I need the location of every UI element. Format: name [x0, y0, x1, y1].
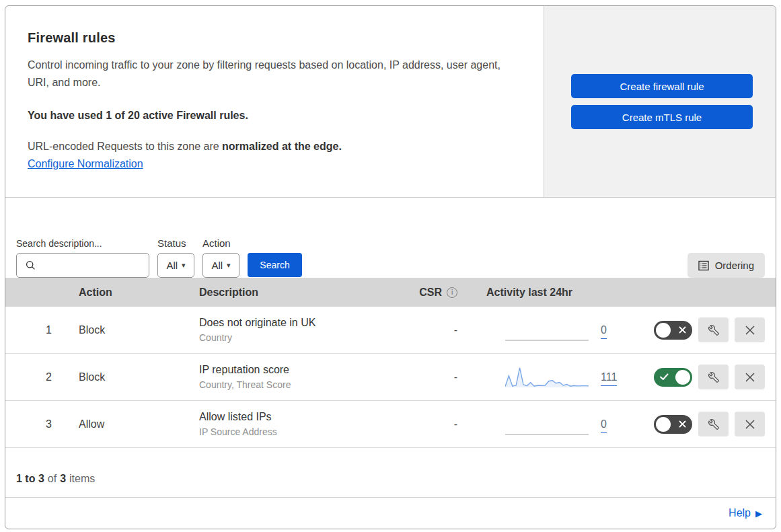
rule-fields: IP Source Address: [199, 426, 401, 437]
rule-fields: Country: [199, 332, 401, 343]
table-row: 2 Block IP reputation score Country, Thr…: [5, 354, 776, 401]
ordering-button[interactable]: Ordering: [687, 253, 765, 278]
rule-description-cell: Does not originate in UK Country: [187, 317, 401, 343]
delete-rule-button[interactable]: [735, 317, 765, 342]
rule-activity-cell: 0: [468, 413, 634, 436]
rule-csr-value: -: [401, 371, 468, 383]
search-button[interactable]: Search: [248, 253, 302, 277]
help-label: Help: [729, 507, 751, 519]
rule-controls: [634, 365, 776, 389]
description-column-header: Description: [187, 287, 401, 299]
edit-rule-button[interactable]: [698, 412, 729, 436]
close-icon: [745, 372, 755, 383]
chevron-down-icon: ▾: [227, 262, 231, 269]
activity-count-wrap: 111: [601, 371, 628, 383]
list-icon: [698, 260, 709, 271]
of-text: of: [48, 473, 57, 485]
activity-count-link[interactable]: 0: [601, 418, 607, 433]
action-label: Action: [202, 237, 239, 249]
create-firewall-rule-button[interactable]: Create firewall rule: [571, 74, 753, 98]
status-field-group: Status All ▾: [157, 237, 194, 278]
rule-controls: [634, 317, 776, 342]
rule-fields: Country, Threat Score: [199, 379, 401, 390]
arrow-right-icon: ▶: [755, 508, 762, 519]
table-row: 1 Block Does not originate in UK Country…: [5, 307, 776, 354]
activity-sparkline: [505, 413, 589, 436]
status-select-value: All: [166, 260, 178, 271]
rule-description: Does not originate in UK: [199, 317, 401, 329]
normalization-line: URL-encoded Requests to this zone are no…: [28, 141, 517, 153]
info-icon[interactable]: i: [447, 287, 457, 298]
delete-rule-button[interactable]: [735, 412, 765, 436]
toggle-knob: [656, 323, 671, 338]
rule-activity-cell: 111: [468, 366, 634, 389]
normalization-text: URL-encoded Requests to this zone are: [28, 141, 219, 152]
rule-enabled-toggle[interactable]: [654, 415, 692, 434]
filter-bar: Search description... Status All ▾ Actio…: [5, 198, 776, 278]
x-icon: [678, 420, 687, 428]
page-description: Control incoming traffic to your zone by…: [28, 56, 517, 92]
search-label: Search description...: [16, 238, 149, 249]
usage-summary: You have used 1 of 20 active Firewall ru…: [28, 110, 517, 122]
chevron-down-icon: ▾: [182, 262, 186, 269]
items-text: items: [69, 473, 95, 485]
activity-count-link[interactable]: 111: [601, 371, 617, 386]
rule-enabled-toggle[interactable]: [654, 321, 692, 340]
activity-count-wrap: 0: [601, 418, 628, 430]
rule-action: Block: [67, 324, 187, 336]
rule-description: Allow listed IPs: [199, 411, 401, 423]
wrench-icon: [708, 325, 719, 336]
firewall-rules-card: Firewall rules Control incoming traffic …: [5, 5, 776, 529]
search-field-group: Search description...: [16, 238, 149, 278]
activity-count-wrap: 0: [601, 324, 628, 336]
activity-column-header: Activity last 24hr: [468, 287, 634, 299]
pagination-summary: 1 to 3 of 3 items: [5, 448, 776, 497]
edit-rule-button[interactable]: [698, 317, 729, 342]
edit-rule-button[interactable]: [698, 365, 729, 389]
rule-description-cell: IP reputation score Country, Threat Scor…: [187, 364, 401, 390]
wrench-icon: [708, 419, 719, 430]
status-label: Status: [157, 237, 194, 249]
page-title: Firewall rules: [28, 30, 517, 46]
status-select[interactable]: All ▾: [157, 253, 194, 278]
csr-column-header: CSR i: [401, 287, 468, 299]
x-icon: [678, 326, 687, 334]
search-input[interactable]: [41, 260, 142, 271]
action-select[interactable]: All ▾: [202, 253, 239, 278]
help-link[interactable]: Help ▶: [729, 507, 762, 519]
delete-rule-button[interactable]: [735, 365, 765, 389]
action-select-value: All: [211, 260, 223, 271]
total-text: 3: [60, 473, 66, 485]
rules-table: Action Description CSR i Activity last 2…: [5, 278, 776, 448]
rule-priority: 2: [5, 371, 67, 383]
rule-activity-cell: 0: [468, 319, 634, 342]
rule-action: Allow: [67, 418, 187, 430]
search-box[interactable]: [16, 253, 149, 278]
rule-action: Block: [67, 371, 187, 383]
table-row: 3 Allow Allow listed IPs IP Source Addre…: [5, 401, 776, 448]
close-icon: [745, 419, 755, 430]
rule-enabled-toggle[interactable]: [654, 368, 692, 387]
rule-csr-value: -: [401, 324, 468, 336]
csr-header-label: CSR: [419, 287, 442, 299]
rule-csr-value: -: [401, 418, 468, 430]
actions-panel: Create firewall rule Create mTLS rule: [544, 6, 776, 197]
wrench-icon: [708, 372, 719, 383]
rule-priority: 1: [5, 324, 67, 336]
rule-priority: 3: [5, 418, 67, 430]
range-text: 1 to 3: [16, 473, 44, 485]
header-section: Firewall rules Control incoming traffic …: [5, 6, 776, 198]
rule-controls: [634, 412, 776, 436]
table-header-row: Action Description CSR i Activity last 2…: [5, 278, 776, 307]
activity-sparkline: [505, 319, 589, 342]
activity-count-link[interactable]: 0: [601, 324, 607, 339]
create-mtls-rule-button[interactable]: Create mTLS rule: [571, 105, 753, 129]
ordering-button-label: Ordering: [715, 260, 754, 271]
rule-description-cell: Allow listed IPs IP Source Address: [187, 411, 401, 437]
configure-normalization-link[interactable]: Configure Normalization: [28, 158, 143, 169]
rule-description: IP reputation score: [199, 364, 401, 376]
help-bar: Help ▶: [5, 497, 776, 529]
toggle-knob: [675, 370, 690, 385]
header-text-block: Firewall rules Control incoming traffic …: [5, 6, 544, 197]
action-field-group: Action All ▾: [202, 237, 239, 278]
